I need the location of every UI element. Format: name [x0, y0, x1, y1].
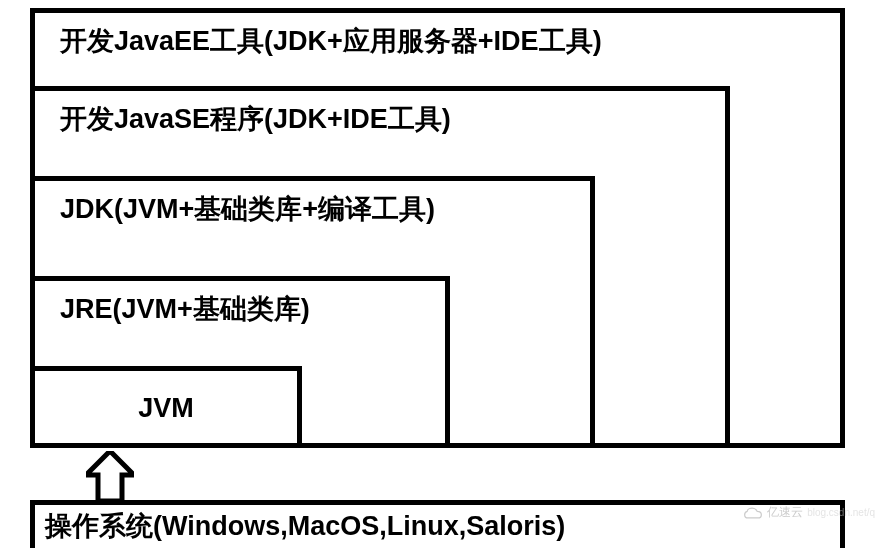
java-layer-diagram: 开发JavaEE工具(JDK+应用服务器+IDE工具) 开发JavaSE程序(J… — [30, 8, 845, 543]
javase-label: 开发JavaSE程序(JDK+IDE工具) — [60, 104, 451, 134]
jvm-label: JVM — [138, 393, 194, 423]
watermark-source: blog.csdn.net/q — [807, 507, 875, 518]
layers-bottom-border — [30, 443, 845, 448]
jre-label: JRE(JVM+基础类库) — [60, 294, 310, 324]
javaee-label: 开发JavaEE工具(JDK+应用服务器+IDE工具) — [60, 26, 602, 56]
jvm-layer: JVM — [30, 366, 302, 448]
os-layer: 操作系统(Windows,MacOS,Linux,Saloris) — [30, 500, 845, 548]
up-arrow-icon — [86, 451, 134, 501]
cloud-icon — [743, 506, 763, 520]
watermark: 亿速云 blog.csdn.net/q — [743, 504, 875, 521]
os-label: 操作系统(Windows,MacOS,Linux,Saloris) — [45, 511, 565, 541]
watermark-brand: 亿速云 — [767, 504, 803, 521]
svg-marker-0 — [86, 451, 134, 501]
jdk-label: JDK(JVM+基础类库+编译工具) — [60, 194, 435, 224]
